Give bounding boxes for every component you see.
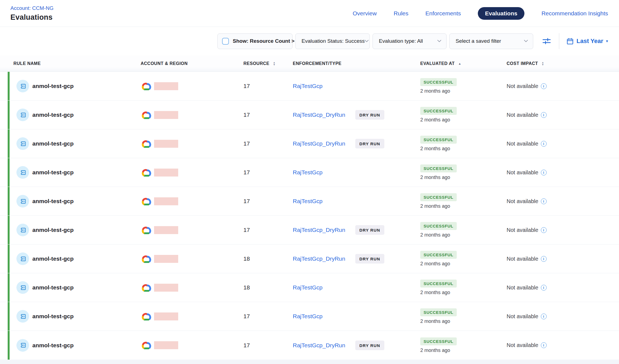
- resource-cell: 17: [242, 112, 293, 118]
- gcp-logo-icon: [141, 340, 152, 350]
- rule-icon: </>: [16, 252, 29, 265]
- column-header-label: RESOURCE: [243, 61, 269, 66]
- enforcement-link[interactable]: RajTestGcp: [293, 284, 323, 291]
- account-region-cell: [141, 110, 242, 120]
- nav-tab-enforcements[interactable]: Enforcements: [425, 10, 461, 17]
- evaluation-row[interactable]: </> anmol-test-gcp 18 RajTestGcp_DryRun …: [0, 244, 619, 273]
- svg-text:</>: </>: [22, 229, 24, 231]
- resource-cell: 17: [242, 83, 293, 89]
- rule-name: anmol-test-gcp: [32, 284, 74, 291]
- cost-impact-cell: Not available i: [507, 198, 619, 204]
- evaluation-row[interactable]: </> anmol-test-gcp 17 RajTestGcp_DryRun …: [0, 216, 619, 244]
- cost-impact-value: Not available: [507, 169, 538, 176]
- status-badge: SUCCESSFUL: [420, 164, 457, 172]
- column-header-resource[interactable]: RESOURCE ▲▼: [242, 61, 293, 66]
- gcp-logo-icon: [141, 312, 152, 321]
- enforcement-cell: RajTestGcp: [293, 284, 420, 291]
- evaluated-at-cell: SUCCESSFUL 2 months ago: [420, 136, 507, 152]
- info-icon[interactable]: i: [541, 256, 547, 262]
- cost-impact-value: Not available: [507, 112, 538, 118]
- evaluation-type-value: Evaluation type: All: [379, 38, 423, 44]
- resource-count: 17: [242, 169, 250, 176]
- saved-filter-dropdown[interactable]: Select a saved filter: [449, 33, 533, 49]
- account-name-redacted: [154, 140, 178, 148]
- enforcement-cell: RajTestGcp: [293, 83, 420, 89]
- evaluation-status-dropdown[interactable]: Evaluation Status: Success: [295, 33, 370, 49]
- info-icon[interactable]: i: [541, 227, 547, 233]
- evaluation-status-value: Evaluation Status: Success: [302, 38, 365, 44]
- rule-name-cell: </> anmol-test-gcp: [10, 80, 141, 92]
- resource-count: 17: [242, 227, 250, 233]
- evaluation-row[interactable]: </> anmol-test-gcp 17 RajTestGcp_DryRun …: [0, 129, 619, 158]
- status-badge: SUCCESSFUL: [420, 337, 457, 345]
- filter-bar: Show: Resource Count > 0 Evaluation Stat…: [0, 27, 619, 55]
- enforcement-link[interactable]: RajTestGcp_DryRun: [293, 342, 345, 349]
- info-icon[interactable]: i: [541, 314, 547, 319]
- info-icon[interactable]: i: [541, 141, 547, 147]
- column-header-enforcement-type: ENFORCEMENT/TYPE: [293, 61, 420, 66]
- evaluation-row[interactable]: </> anmol-test-gcp 17 RajTestGcp_DryRun …: [0, 101, 619, 129]
- evaluation-row[interactable]: </> anmol-test-gcp 17 RajTestGcp SUCCESS…: [0, 72, 619, 101]
- info-icon[interactable]: i: [541, 342, 547, 348]
- gcp-logo-icon: [141, 283, 152, 292]
- evaluated-time: 2 months ago: [420, 88, 450, 94]
- rule-icon: </>: [16, 224, 29, 236]
- evaluation-row[interactable]: </> anmol-test-gcp 17 RajTestGcp SUCCESS…: [0, 187, 619, 216]
- enforcement-link[interactable]: RajTestGcp_DryRun: [293, 112, 345, 118]
- table-header-row: RULE NAME ACCOUNT & REGION RESOURCE ▲▼ E…: [0, 55, 619, 72]
- evaluated-at-cell: SUCCESSFUL 2 months ago: [420, 78, 507, 94]
- status-badge: SUCCESSFUL: [420, 251, 457, 259]
- filter-settings-button[interactable]: [540, 34, 553, 48]
- date-range-value: Last Year: [577, 38, 603, 45]
- resource-count-filter-toggle[interactable]: Show: Resource Count > 0: [217, 33, 293, 49]
- sliders-icon: [542, 37, 551, 45]
- account-region-cell: [141, 225, 242, 235]
- account-name-redacted: [154, 197, 178, 205]
- nav-tab-evaluations[interactable]: Evaluations: [478, 7, 524, 20]
- resource-count-checkbox[interactable]: [222, 38, 229, 45]
- page-heading-block: Account: CCM-NG Evaluations: [10, 5, 53, 22]
- enforcement-link[interactable]: RajTestGcp: [293, 313, 323, 320]
- cost-impact-value: Not available: [507, 342, 538, 348]
- breadcrumb-account-link[interactable]: Account: CCM-NG: [10, 5, 53, 11]
- gcp-logo-icon: [141, 254, 152, 264]
- enforcement-link[interactable]: RajTestGcp: [293, 198, 323, 204]
- enforcement-link[interactable]: RajTestGcp_DryRun: [293, 255, 345, 262]
- status-badge: SUCCESSFUL: [420, 78, 457, 86]
- status-badge: SUCCESSFUL: [420, 136, 457, 144]
- info-icon[interactable]: i: [541, 83, 547, 89]
- nav-tab-recommendation-insights[interactable]: Recommendation Insights: [541, 10, 608, 17]
- nav-tab-rules[interactable]: Rules: [394, 10, 408, 17]
- info-icon[interactable]: i: [541, 112, 547, 118]
- resource-count: 17: [242, 198, 250, 204]
- evaluation-row[interactable]: </> anmol-test-gcp 18 RajTestGcp SUCCESS…: [0, 273, 619, 302]
- cost-impact-cell: Not available i: [507, 112, 619, 118]
- cost-impact-cell: Not available i: [507, 141, 619, 147]
- column-header-cost-impact[interactable]: COST IMPACT ▲▼: [507, 61, 619, 66]
- enforcement-cell: RajTestGcp: [293, 198, 420, 204]
- account-region-cell: [141, 340, 242, 350]
- evaluation-type-dropdown[interactable]: Evaluation type: All: [373, 33, 447, 49]
- evaluation-row[interactable]: </> anmol-test-gcp 17 RajTestGcp SUCCESS…: [0, 158, 619, 187]
- cost-impact-cell: Not available i: [507, 285, 619, 291]
- info-icon[interactable]: i: [541, 170, 547, 175]
- evaluation-row[interactable]: </> anmol-test-gcp 17 RajTestGcp_DryRun …: [0, 331, 619, 360]
- enforcement-cell: RajTestGcp: [293, 169, 420, 176]
- evaluated-at-cell: SUCCESSFUL 2 months ago: [420, 107, 507, 123]
- rule-name: anmol-test-gcp: [32, 227, 74, 233]
- enforcement-link[interactable]: RajTestGcp_DryRun: [293, 140, 345, 147]
- enforcement-link[interactable]: RajTestGcp: [293, 83, 323, 89]
- rule-name-cell: </> anmol-test-gcp: [10, 166, 141, 179]
- enforcement-link[interactable]: RajTestGcp: [293, 169, 323, 176]
- info-icon[interactable]: i: [541, 198, 547, 204]
- column-header-evaluated-at[interactable]: EVALUATED AT ▲: [420, 61, 507, 66]
- enforcement-cell: RajTestGcp_DryRun DRY RUN: [293, 255, 420, 262]
- evaluated-time: 2 months ago: [420, 203, 450, 209]
- enforcement-link[interactable]: RajTestGcp_DryRun: [293, 227, 345, 233]
- evaluation-row[interactable]: </> anmol-test-gcp 17 RajTestGcp SUCCESS…: [0, 302, 619, 331]
- resource-cell: 18: [242, 255, 293, 262]
- nav-tab-overview[interactable]: Overview: [353, 10, 377, 17]
- date-range-selector[interactable]: Last Year ▾: [566, 38, 608, 45]
- resource-count: 17: [242, 313, 250, 320]
- info-icon[interactable]: i: [541, 285, 547, 291]
